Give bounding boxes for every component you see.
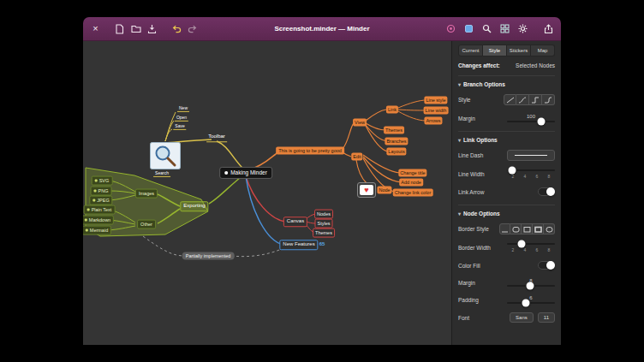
node-plain-text[interactable]: Plain Text [84, 205, 116, 215]
connection-title[interactable]: Partially implemented [182, 252, 235, 260]
undo-button[interactable] [170, 21, 182, 36]
branch-style-curved-button[interactable] [516, 94, 529, 105]
line-dash-select[interactable] [507, 150, 555, 161]
redo-button[interactable] [186, 21, 199, 36]
tab-stickers[interactable]: Stickers [507, 45, 531, 56]
slider-track[interactable] [507, 243, 555, 245]
border-style-thick-button[interactable] [533, 223, 544, 234]
node-exporting[interactable]: Exporting [180, 201, 208, 211]
node-toolbar-item-1[interactable]: New [177, 105, 189, 112]
node-change-title[interactable]: Change title [398, 169, 426, 177]
link-arrow-switch[interactable] [538, 187, 555, 196]
node-padding-value: 6 [507, 295, 555, 300]
node-images[interactable]: Images [135, 189, 158, 199]
settings-button[interactable] [516, 21, 529, 36]
tab-style[interactable]: Style [483, 45, 507, 56]
search-image-node[interactable] [150, 142, 181, 173]
node-layouts[interactable]: Layouts [386, 148, 406, 156]
node-canvas[interactable]: Canvas [283, 217, 307, 227]
border-width-slider[interactable]: 2 4 6 8 [507, 243, 555, 252]
slider-handle[interactable] [517, 240, 525, 248]
node-svg[interactable]: SVG [92, 176, 113, 186]
node-link[interactable]: Link [386, 106, 398, 114]
node-toolbar-item-2[interactable]: Open [175, 115, 188, 122]
share-export-button[interactable] [542, 21, 555, 36]
slider-handle[interactable] [538, 118, 546, 126]
node-toolbar-item-3[interactable]: Save [173, 123, 186, 130]
branch-options-header[interactable]: ▾ Branch Options [458, 81, 555, 87]
slider-track[interactable] [507, 169, 555, 171]
node-options-header[interactable]: ▾ Node Options [458, 211, 555, 217]
node-arrows[interactable]: Arrows [424, 117, 442, 125]
border-style-pill-button[interactable] [544, 223, 555, 234]
close-button[interactable]: × [89, 21, 102, 36]
font-family-button[interactable]: Sans [510, 312, 534, 323]
new-document-button[interactable] [113, 21, 126, 36]
rounded-border-icon [512, 226, 520, 233]
switch-knob [546, 187, 555, 196]
node-change-link-color[interactable]: Change link color [393, 189, 433, 197]
open-folder-button[interactable] [129, 21, 142, 36]
branch-style-straight-button[interactable] [504, 94, 516, 105]
node-edit-hub[interactable]: Edit [351, 153, 362, 161]
border-style-rounded-button[interactable] [510, 223, 522, 234]
branch-style-squared-button[interactable] [529, 94, 542, 105]
node-markdown[interactable]: Markdown [83, 216, 114, 225]
map-overview-button[interactable] [498, 21, 511, 36]
node-themes[interactable]: Themes [384, 127, 404, 134]
node-png[interactable]: PNG [91, 187, 112, 196]
save-button[interactable] [146, 21, 158, 36]
mindmap-canvas[interactable]: Making Minder Toolbar New Open Save Sear… [83, 41, 451, 345]
node-branches[interactable]: Branches [385, 138, 408, 145]
node-making-minder[interactable]: Making Minder [219, 167, 272, 179]
chevron-down-icon: ▾ [458, 81, 461, 87]
changes-affect-dropdown[interactable]: Selected Nodes [516, 62, 555, 68]
branch-options-section: ▾ Branch Options Style Margin 100 [458, 75, 555, 122]
branch-style-rounded-button[interactable] [542, 94, 555, 105]
slider-track[interactable] [507, 302, 555, 304]
headerbar-right [444, 21, 555, 36]
font-size-spinner[interactable]: 11 [538, 312, 555, 323]
node-canvas-styles[interactable]: Styles [315, 219, 333, 228]
node-search-label[interactable]: Search [153, 170, 170, 177]
node-canvas-nodes[interactable]: Nodes [314, 210, 333, 219]
line-width-ticks: 2 4 6 8 [507, 174, 555, 179]
headerbar: × Screenshot.minder — Minder [83, 17, 561, 41]
node-line-style[interactable]: Line style [424, 97, 447, 104]
line-dash-row: Line Dash [458, 150, 555, 161]
node-idea[interactable]: This is going to be pretty good [276, 147, 344, 155]
thick-border-icon [534, 226, 542, 233]
branch-margin-slider[interactable]: 100 [507, 114, 555, 122]
line-dash-label: Line Dash [458, 152, 483, 158]
node-line-width[interactable]: Line width [424, 107, 449, 115]
tab-map[interactable]: Map [531, 45, 555, 56]
link-options-header[interactable]: ▾ Link Options [458, 137, 555, 143]
node-heart-label[interactable]: Node [377, 187, 391, 194]
slider-track[interactable] [507, 285, 555, 287]
node-heart-image[interactable]: ♥ [357, 182, 376, 198]
color-fill-switch[interactable] [538, 261, 555, 270]
slider-handle[interactable] [526, 282, 534, 290]
node-canvas-themes[interactable]: Themes [313, 228, 335, 238]
node-mermaid[interactable]: Mermaid [83, 226, 111, 235]
rounded-branch-icon [544, 97, 552, 104]
node-padding-slider[interactable]: 6 [507, 295, 555, 304]
slider-track[interactable] [507, 121, 555, 122]
node-margin-slider[interactable]: 8 [507, 278, 555, 287]
tab-current[interactable]: Current [458, 45, 483, 56]
export-image-button[interactable] [462, 21, 475, 36]
node-view-hub[interactable]: View [353, 119, 367, 127]
slider-handle[interactable] [508, 167, 516, 175]
line-width-slider[interactable]: 2 4 6 8 [507, 169, 555, 179]
node-add-node[interactable]: Add node [399, 179, 423, 187]
branch-style-row: Style [458, 94, 555, 105]
node-toolbar[interactable]: Toolbar [206, 134, 227, 142]
search-button[interactable] [480, 21, 493, 36]
slider-handle[interactable] [522, 300, 530, 307]
node-new-features[interactable]: New Features [279, 240, 318, 250]
focus-mode-button[interactable] [444, 21, 457, 36]
node-jpeg[interactable]: JPEG [89, 196, 112, 205]
border-style-underline-button[interactable] [499, 223, 510, 234]
node-other[interactable]: Other [137, 220, 156, 229]
border-style-square-button[interactable] [522, 223, 533, 234]
